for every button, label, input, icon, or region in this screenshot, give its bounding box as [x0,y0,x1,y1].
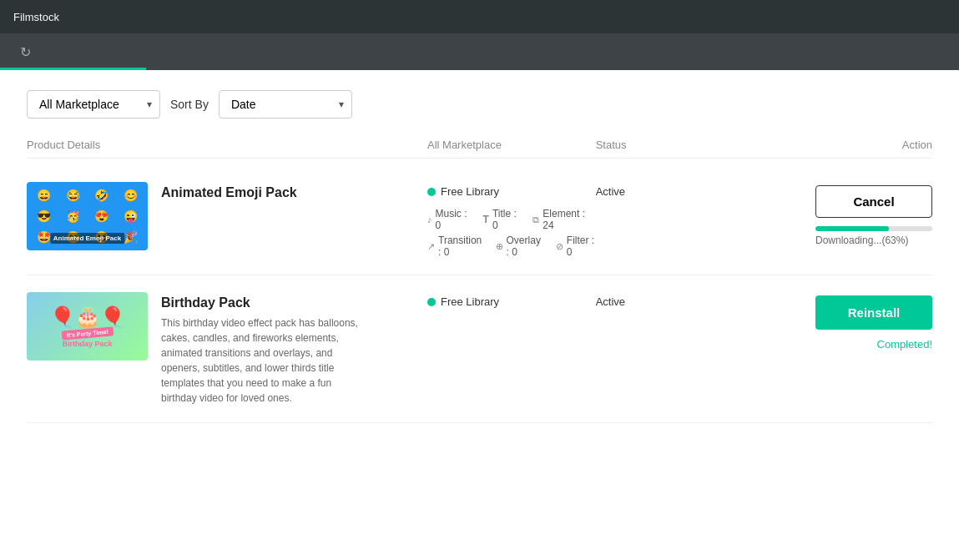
active-dot-icon-2 [427,298,436,306]
element-label: Element : 24 [543,208,595,231]
overlay-icon: ⊕ [496,241,503,252]
topbar: ↻ [0,33,959,70]
emoji-cell: 😎 [30,206,58,225]
status-badge: Active [596,185,625,198]
product-thumbnail-animated-emoji: 😄 😂 🤣 😊 😎 🥳 😍 😜 🤩 😅 😆 🎉 Animated Em [27,182,148,250]
product-info-animated-emoji: 😄 😂 🤣 😊 😎 🥳 😍 😜 🤩 😅 😆 🎉 Animated Em [27,182,427,250]
active-dot-icon [427,188,436,196]
header-all-marketplace: All Marketplace [427,139,596,151]
header-product-details: Product Details [27,139,427,151]
refresh-icon: ↻ [20,44,31,60]
sort-select-wrapper: Date Name Status ▾ [219,90,352,119]
stats-grid: ♪ Music : 0 T Title : 0 ⧉ Element : 24 ↗ [427,208,596,258]
free-library-badge-2: Free Library [427,295,596,308]
table-header: Product Details All Marketplace Status A… [27,139,932,159]
progress-label: Downloading...(63%) [815,235,932,246]
refresh-button[interactable]: ↻ [13,40,37,63]
cancel-button[interactable]: Cancel [815,185,932,218]
product-details-text: Animated Emoji Pack [161,182,297,200]
header-status: Status [596,139,765,151]
completed-label: Completed! [877,338,932,351]
sort-by-label: Sort By [170,98,209,111]
sort-select[interactable]: Date Name Status [219,90,352,119]
emoji-cell: 😂 [59,185,87,204]
status-badge-2: Active [596,295,625,308]
product-details-text-birthday: Birthday Pack This birthday video effect… [161,292,361,406]
action-col-1: Cancel Downloading...(63%) [764,182,932,246]
stats-row-2: ↗ Transition : 0 ⊕ Overlay : 0 ⊘ Filter … [427,235,596,258]
progress-bar-background [815,226,932,231]
filter-label: Filter : 0 [567,235,596,258]
product-info-birthday: 🎈🎂🎈 It's Party Time! Birthday Pack Birth… [27,292,427,406]
action-col-2: Reinstall Completed! [764,292,932,351]
emoji-cell: 😄 [30,185,58,204]
product-title-birthday: Birthday Pack [161,295,361,310]
music-label: Music : 0 [436,208,473,231]
progress-bar-fill [815,226,889,231]
emoji-cell: 🥳 [59,206,87,225]
app-title: Filmstock [13,11,59,23]
titlebar: Filmstock [0,0,959,33]
emoji-cell: 🤣 [88,185,116,204]
filters-row: All Marketplace Free Premium ▾ Sort By D… [27,90,932,119]
title-stat: T Title : 0 [483,208,523,231]
transition-icon: ↗ [427,241,435,252]
filter-icon: ⊘ [556,241,563,252]
marketplace-select-wrapper: All Marketplace Free Premium ▾ [27,90,160,119]
emoji-thumbnail: 😄 😂 🤣 😊 😎 🥳 😍 😜 🤩 😅 😆 🎉 Animated Em [27,182,148,250]
overlay-stat: ⊕ Overlay : 0 [496,235,546,258]
balloon-icon: 🎈🎂🎈 [50,305,125,329]
birthday-thumbnail: 🎈🎂🎈 It's Party Time! Birthday Pack [27,292,148,361]
marketplace-select[interactable]: All Marketplace Free Premium [27,90,160,119]
product-thumbnail-birthday: 🎈🎂🎈 It's Party Time! Birthday Pack [27,292,148,361]
title-label: Title : 0 [492,208,522,231]
thumbnail-label: Animated Emoji Pack [50,233,124,244]
marketplace-col-2: Free Library [427,292,596,308]
product-description-birthday: This birthday video effect pack has ball… [161,315,361,406]
emoji-cell: 😊 [117,185,144,204]
emoji-cell: 😜 [117,206,144,225]
element-stat: ⧉ Element : 24 [532,208,595,231]
status-col-2: Active [596,292,765,308]
progress-container: Downloading...(63%) [815,226,932,246]
free-library-badge: Free Library [427,185,596,198]
marketplace-col-1: Free Library ♪ Music : 0 T Title : 0 ⧉ E… [427,182,596,258]
emoji-cell: 😍 [88,206,116,225]
element-icon: ⧉ [532,214,539,225]
reinstall-button[interactable]: Reinstall [815,295,932,330]
table-row: 😄 😂 🤣 😊 😎 🥳 😍 😜 🤩 😅 😆 🎉 Animated Em [27,165,932,275]
header-action: Action [764,139,932,151]
main-content: All Marketplace Free Premium ▾ Sort By D… [0,70,959,560]
transition-label: Transition : 0 [438,235,486,258]
title-icon: T [483,214,489,225]
music-icon: ♪ [427,214,432,225]
filter-stat: ⊘ Filter : 0 [556,235,596,258]
status-col-1: Active [596,182,765,198]
table-row: 🎈🎂🎈 It's Party Time! Birthday Pack Birth… [27,275,932,423]
transition-stat: ↗ Transition : 0 [427,235,486,258]
free-library-label: Free Library [441,185,499,198]
overlay-label: Overlay : 0 [507,235,546,258]
birthday-thumb-inner: 🎈🎂🎈 It's Party Time! Birthday Pack [27,292,148,361]
birthday-pack-thumb-title: Birthday Pack [62,340,112,348]
product-title: Animated Emoji Pack [161,185,297,200]
music-stat: ♪ Music : 0 [427,208,473,231]
stats-row-1: ♪ Music : 0 T Title : 0 ⧉ Element : 24 [427,208,596,231]
free-library-label-2: Free Library [441,295,499,308]
